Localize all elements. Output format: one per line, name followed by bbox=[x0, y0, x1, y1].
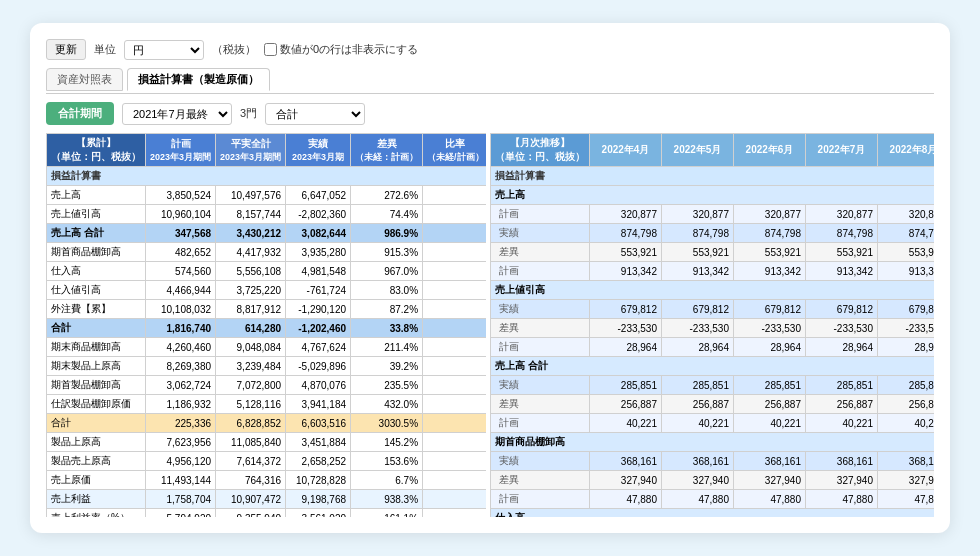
month-cell: 40,221 bbox=[590, 414, 662, 433]
month-cell: 320,877 bbox=[806, 205, 878, 224]
category-label: 売上高 合計 bbox=[491, 357, 935, 376]
month-cell: 320,877 bbox=[734, 205, 806, 224]
month-cell: -233,530 bbox=[806, 319, 878, 338]
table-row: 仕入高 574,560 5,556,108 4,981,548 967.0% bbox=[47, 262, 487, 281]
cell-diff: 83.0% bbox=[351, 281, 423, 300]
month-cell: 320,877 bbox=[878, 205, 935, 224]
cell-ratio bbox=[423, 186, 486, 205]
cell-plan: 4,466,944 bbox=[146, 281, 216, 300]
left-table: 【累計】（単位：円、税抜） 計画2023年3月期間 平実全計2023年3月期間 … bbox=[46, 133, 486, 517]
cell-forecast: 7,614,372 bbox=[216, 452, 286, 471]
cell-diff: 145.2% bbox=[351, 433, 423, 452]
type-label: 実績 bbox=[491, 376, 590, 395]
cell-diff: 986.9% bbox=[351, 224, 423, 243]
cell-plan: 3,850,524 bbox=[146, 186, 216, 205]
month-cell: 47,880 bbox=[590, 490, 662, 509]
placeholder-label: （税抜） bbox=[212, 42, 256, 57]
cell-plan: 225,336 bbox=[146, 414, 216, 433]
month-cell: 913,342 bbox=[662, 262, 734, 281]
month-cell: 553,921 bbox=[734, 243, 806, 262]
table-row: 売上高 3,850,524 10,497,576 6,647,052 272.6… bbox=[47, 186, 487, 205]
table-row: 実績368,161368,161368,161368,161368,161 bbox=[491, 452, 935, 471]
tab-balance[interactable]: 資産対照表 bbox=[46, 68, 123, 91]
month-cell: 368,161 bbox=[734, 452, 806, 471]
month-cell: 679,812 bbox=[878, 300, 935, 319]
cell-diff: 3030.5% bbox=[351, 414, 423, 433]
cell-plan: 3,062,724 bbox=[146, 376, 216, 395]
cell-plan: 1,758,704 bbox=[146, 490, 216, 509]
month-cell: 874,798 bbox=[806, 224, 878, 243]
month-cell: 28,964 bbox=[806, 338, 878, 357]
cell-ratio bbox=[423, 414, 486, 433]
cell-ratio bbox=[423, 357, 486, 376]
cell-diff: 938.3% bbox=[351, 490, 423, 509]
cell-ratio bbox=[423, 395, 486, 414]
table-row: 仕入値引高 4,466,944 3,725,220 -761,724 83.0% bbox=[47, 281, 487, 300]
table-row: 実績679,812679,812679,812679,812679,812 bbox=[491, 300, 935, 319]
tab-pl[interactable]: 損益計算書（製造原価） bbox=[127, 68, 270, 91]
right-section-label: 損益計算書 bbox=[491, 167, 935, 186]
col-forecast-header: 平実全計2023年3月期間 bbox=[216, 134, 286, 167]
category-row: 売上値引高 bbox=[491, 281, 935, 300]
type-label: 差異 bbox=[491, 319, 590, 338]
cell-forecast: 5,128,116 bbox=[216, 395, 286, 414]
cell-forecast: 7,072,800 bbox=[216, 376, 286, 395]
row-label: 期末製品上原高 bbox=[47, 357, 146, 376]
category-label: 売上値引高 bbox=[491, 281, 935, 300]
type-label: 実績 bbox=[491, 224, 590, 243]
cell-forecast: 3,239,484 bbox=[216, 357, 286, 376]
cell-plan: 5,794,920 bbox=[146, 509, 216, 518]
row-label: 外注費【累】 bbox=[47, 300, 146, 319]
month-cell: 679,812 bbox=[806, 300, 878, 319]
row-label: 製品上原高 bbox=[47, 433, 146, 452]
cell-plan: 1,816,740 bbox=[146, 319, 216, 338]
cell-actual: 4,981,548 bbox=[286, 262, 351, 281]
type-label: 計画 bbox=[491, 205, 590, 224]
month-jun-header: 2022年6月 bbox=[734, 134, 806, 167]
month-cell: 874,798 bbox=[734, 224, 806, 243]
month-cell: 327,940 bbox=[878, 471, 935, 490]
month-cell: -233,530 bbox=[590, 319, 662, 338]
month-cell: 913,342 bbox=[878, 262, 935, 281]
month-cell: 553,921 bbox=[878, 243, 935, 262]
type-label: 差異 bbox=[491, 471, 590, 490]
toolbar: 更新 単位 円 千円 百万円 （税抜） 数値が0の行は非表示にする bbox=[46, 39, 934, 60]
month-aug-header: 2022年8月 bbox=[878, 134, 935, 167]
period-toggle-button[interactable]: 合計期間 bbox=[46, 102, 114, 125]
category-label: 期首商品棚卸高 bbox=[491, 433, 935, 452]
month-cell: -233,530 bbox=[878, 319, 935, 338]
period-select[interactable]: 2021年7月最終 bbox=[122, 103, 232, 125]
cell-forecast: 10,907,472 bbox=[216, 490, 286, 509]
table-row: 合計 225,336 6,828,852 6,603,516 3030.5% bbox=[47, 414, 487, 433]
table-row: 実績874,798874,798874,798874,798874,798 bbox=[491, 224, 935, 243]
month-cell: 40,221 bbox=[734, 414, 806, 433]
cell-actual: -761,724 bbox=[286, 281, 351, 300]
table-container: 【累計】（単位：円、税抜） 計画2023年3月期間 平実全計2023年3月期間 … bbox=[46, 133, 934, 517]
type-label: 計画 bbox=[491, 338, 590, 357]
unit-label: 単位 bbox=[94, 42, 116, 57]
cell-plan: 4,260,460 bbox=[146, 338, 216, 357]
category-label: 仕入高 bbox=[491, 509, 935, 518]
month-cell: 320,877 bbox=[590, 205, 662, 224]
unit-select[interactable]: 円 千円 百万円 bbox=[124, 40, 204, 60]
month-cell: 679,812 bbox=[590, 300, 662, 319]
cell-actual: -1,202,460 bbox=[286, 319, 351, 338]
month-cell: 285,851 bbox=[590, 376, 662, 395]
cell-forecast: 3,725,220 bbox=[216, 281, 286, 300]
row-label: 仕入値引高 bbox=[47, 281, 146, 300]
month-cell: -233,530 bbox=[734, 319, 806, 338]
month-cell: 553,921 bbox=[662, 243, 734, 262]
filter-row: 合計期間 2021年7月最終 3門 合計 bbox=[46, 102, 934, 125]
hide-zero-checkbox[interactable] bbox=[264, 43, 277, 56]
col-plan-header: 計画2023年3月期間 bbox=[146, 134, 216, 167]
update-button[interactable]: 更新 bbox=[46, 39, 86, 60]
month-cell: 368,161 bbox=[806, 452, 878, 471]
category-label: 売上高 bbox=[491, 186, 935, 205]
cell-actual: 6,647,052 bbox=[286, 186, 351, 205]
cell-ratio bbox=[423, 300, 486, 319]
cell-plan: 8,269,380 bbox=[146, 357, 216, 376]
tabs-row: 資産対照表 損益計算書（製造原価） bbox=[46, 68, 934, 94]
cell-forecast: 9,355,940 bbox=[216, 509, 286, 518]
total-select[interactable]: 合計 bbox=[265, 103, 365, 125]
cell-actual: 4,767,624 bbox=[286, 338, 351, 357]
